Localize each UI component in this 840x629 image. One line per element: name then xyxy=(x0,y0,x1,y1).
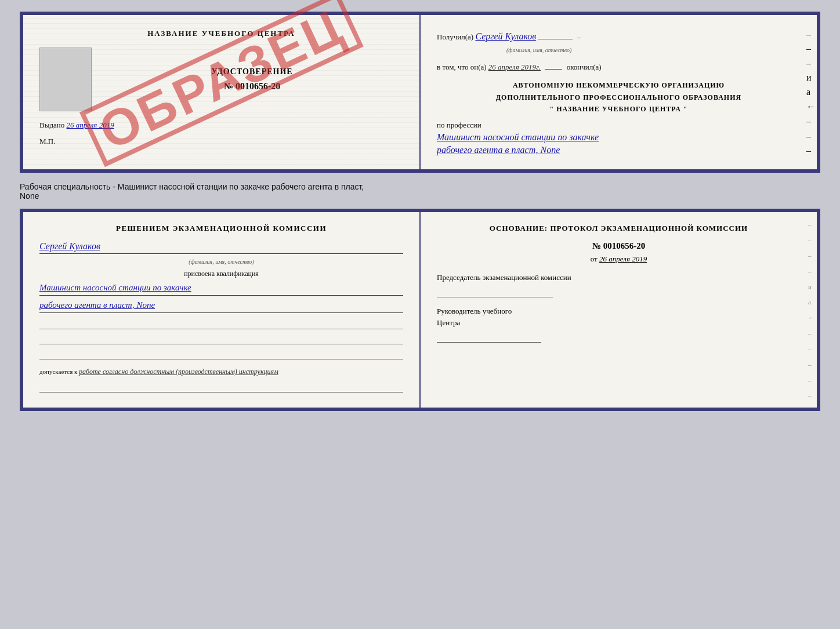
predsedatel-sign-line xyxy=(437,286,553,297)
bottom-name-field: Сергей Кулаков xyxy=(39,241,403,254)
caption-area: Рабочая специальность - Машинист насосно… xyxy=(20,180,820,202)
sign-line-bottom xyxy=(39,381,403,392)
org-line1: АВТОНОМНУЮ НЕКОММЕРЧЕСКУЮ ОРГАНИЗАЦИЮ xyxy=(437,79,801,91)
okonchil-label: окончил(а) xyxy=(567,63,602,71)
caption-line2: None xyxy=(20,191,820,201)
right-side-marks: – – – и а ← – – – xyxy=(806,15,817,169)
protocol-date-line: от 26 апреля 2019 xyxy=(437,254,801,264)
profession-label-text: по профессии xyxy=(437,121,481,129)
protocol-date-prefix: от xyxy=(591,254,598,263)
sign-line-3 xyxy=(39,348,403,359)
bottom-right-side-marks: – – – – и а ← – – – – – xyxy=(808,212,814,408)
poluchil-label: Получил(а) xyxy=(437,32,473,41)
qualification2: рабочего агента в пласт, None xyxy=(39,300,403,310)
org-line3: " НАЗВАНИЕ УЧЕБНОГО ЦЕНТРА " xyxy=(437,103,801,115)
vtom-field: в том, что он(а) 26 апреля 2019г. окончи… xyxy=(437,61,801,74)
caption-line1: Рабочая специальность - Машинист насосно… xyxy=(20,182,820,191)
poluchil-value: Сергей Кулаков xyxy=(475,31,536,41)
bottom-section-title: Решением экзаменационной комиссии xyxy=(39,224,403,233)
допускается-label: допускается к xyxy=(39,368,77,375)
vydano-label: Выдано xyxy=(39,121,64,129)
qualification1-field: Машинист насосной станции по закачке xyxy=(39,283,403,296)
sign-line-1 xyxy=(39,318,403,329)
vydano-date: 26 апреля 2019 xyxy=(67,121,114,129)
org-line2: ДОПОЛНИТЕЛЬНОГО ПРОФЕССИОНАЛЬНОГО ОБРАЗО… xyxy=(437,92,801,103)
bottom-document: Решением экзаменационной комиссии Сергей… xyxy=(20,209,820,411)
profession-label: по профессии xyxy=(437,121,801,130)
poluchil-hint: (фамилия, имя, отчество) xyxy=(506,47,571,53)
cert-info: УДОСТОВЕРЕНИЕ № 0010656-20 xyxy=(101,67,403,92)
profession-value2: рабочего агента в пласт, None xyxy=(437,145,801,155)
protocol-number: № 0010656-20 xyxy=(437,241,801,251)
osnование-label: Основание: протокол экзаменационной коми… xyxy=(437,224,801,233)
vtom-label: в том, что он(а) xyxy=(437,63,487,71)
org-block: АВТОНОМНУЮ НЕКОММЕРЧЕСКУЮ ОРГАНИЗАЦИЮ ДО… xyxy=(437,79,801,115)
top-left-panel: НАЗВАНИЕ УЧЕБНОГО ЦЕНТРА УДОСТОВЕРЕНИЕ №… xyxy=(23,15,421,169)
mp-line: М.П. xyxy=(39,137,403,146)
top-document: НАЗВАНИЕ УЧЕБНОГО ЦЕНТРА УДОСТОВЕРЕНИЕ №… xyxy=(20,12,820,173)
rukovoditel-sign-line xyxy=(437,331,541,343)
cert-number: № 0010656-20 xyxy=(101,81,403,92)
top-center-title: НАЗВАНИЕ УЧЕБНОГО ЦЕНТРА xyxy=(39,29,403,38)
protocol-date: 26 апреля 2019 xyxy=(599,254,647,263)
stamp-area: УДОСТОВЕРЕНИЕ № 0010656-20 ОБРАЗЕЦ xyxy=(39,48,403,111)
tsentra-label: Центра xyxy=(437,318,801,328)
poluchil-field: Получил(а) Сергей Кулаков – (фамилия, им… xyxy=(437,29,801,56)
cert-title: УДОСТОВЕРЕНИЕ xyxy=(101,67,403,77)
vtom-date: 26 апреля 2019г. xyxy=(488,63,541,71)
predsedatel-label: Председатель экзаменационной комиссии xyxy=(437,273,801,282)
top-right-panel: Получил(а) Сергей Кулаков – (фамилия, им… xyxy=(421,15,817,169)
rukovoditel-label: Руководитель учебного xyxy=(437,307,801,316)
bottom-name-hint: (фамилия, имя, отчество) xyxy=(39,259,403,265)
profession-value1: Машинист насосной станции по закачке xyxy=(437,132,801,143)
vydano-line: Выдано 26 апреля 2019 xyxy=(39,121,403,130)
sign-line-2 xyxy=(39,333,403,344)
qualification1: Машинист насосной станции по закачке xyxy=(39,283,403,293)
photo-placeholder xyxy=(39,48,92,111)
dash1: – xyxy=(577,32,581,41)
допускается-block: допускается к работе согласно должностны… xyxy=(39,368,403,376)
assigned-text: присвоена квалификация xyxy=(39,270,403,278)
qualification2-field: рабочего агента в пласт, None xyxy=(39,300,403,313)
bottom-name-value: Сергей Кулаков xyxy=(39,241,100,251)
bottom-left-panel: Решением экзаменационной комиссии Сергей… xyxy=(23,212,421,408)
допускается-value: работе согласно должностным (производств… xyxy=(79,368,278,376)
bottom-right-panel: Основание: протокол экзаменационной коми… xyxy=(421,212,817,408)
